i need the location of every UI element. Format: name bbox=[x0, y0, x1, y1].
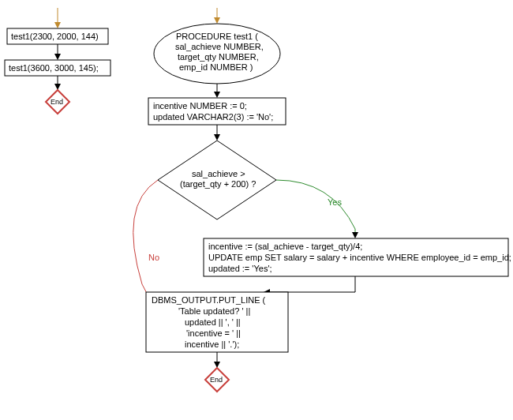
proc-l4: emp_id NUMBER ) bbox=[179, 62, 253, 72]
decl-node: incentive NUMBER := 0; updated VARCHAR2(… bbox=[148, 98, 286, 125]
out-l3: updated || ', ' || bbox=[185, 317, 241, 327]
call1-text: test1(2300, 2000, 144) bbox=[11, 32, 99, 41]
svg-marker-1 bbox=[54, 22, 61, 28]
proc-l1: PROCEDURE test1 ( bbox=[176, 32, 258, 41]
end2-text: End bbox=[210, 376, 223, 384]
out-l4: 'incentive = ' || bbox=[186, 328, 241, 338]
svg-marker-10 bbox=[214, 17, 220, 24]
flowchart-canvas: test1(2300, 2000, 144) test1(3600, 3000,… bbox=[0, 0, 513, 420]
arrow-call1-call2 bbox=[54, 44, 61, 60]
proc-l2: sal_achieve NUMBER, bbox=[175, 42, 264, 51]
arrow-output-end2 bbox=[214, 352, 220, 368]
out-l2: 'Table updated? ' || bbox=[178, 306, 250, 316]
proc-l3: target_qty NUMBER, bbox=[178, 52, 259, 62]
yes-l3: updated := 'Yes'; bbox=[208, 264, 272, 273]
call2-node: test1(3600, 3000, 145); bbox=[5, 60, 110, 76]
svg-marker-13 bbox=[214, 92, 220, 98]
yes-l2: UPDATE emp SET salary = salary + incenti… bbox=[208, 253, 511, 262]
yes-block-node: incentive := (sal_achieve - target_qty)/… bbox=[204, 238, 511, 276]
decl-l2: updated VARCHAR2(3) := 'No'; bbox=[153, 112, 273, 122]
end2-node: End bbox=[205, 368, 229, 392]
start-arrow-main bbox=[214, 8, 220, 24]
call2-text: test1(3600, 3000, 145); bbox=[9, 63, 99, 73]
svg-marker-4 bbox=[54, 54, 61, 60]
svg-marker-18 bbox=[352, 232, 358, 238]
cond-l1: sal_achieve > bbox=[192, 169, 245, 178]
yes-label: Yes bbox=[328, 197, 342, 207]
cond-l2: (target_qty + 200) ? bbox=[180, 179, 256, 189]
arrow-yes: Yes bbox=[276, 180, 358, 238]
end1-text: End bbox=[51, 98, 63, 106]
out-l5: incentive || '.'); bbox=[185, 339, 239, 349]
arrow-proc-decl bbox=[214, 84, 220, 98]
arrow-decl-cond bbox=[214, 125, 220, 141]
no-label: No bbox=[148, 253, 159, 262]
out-l1: DBMS_OUTPUT.PUT_LINE ( bbox=[152, 295, 266, 305]
svg-marker-16 bbox=[214, 134, 220, 141]
call1-node: test1(2300, 2000, 144) bbox=[7, 28, 108, 44]
yes-l1: incentive := (sal_achieve - target_qty)/… bbox=[208, 242, 362, 251]
start-arrow-left bbox=[54, 8, 61, 28]
procedure-header-node: PROCEDURE test1 ( sal_achieve NUMBER, ta… bbox=[154, 24, 280, 84]
end1-node: End bbox=[46, 90, 69, 114]
condition-node: sal_achieve > (target_qty + 200) ? bbox=[158, 141, 276, 219]
arrow-call2-end1 bbox=[54, 76, 61, 90]
decl-l1: incentive NUMBER := 0; bbox=[153, 101, 247, 111]
output-node: DBMS_OUTPUT.PUT_LINE ( 'Table updated? '… bbox=[146, 292, 288, 352]
